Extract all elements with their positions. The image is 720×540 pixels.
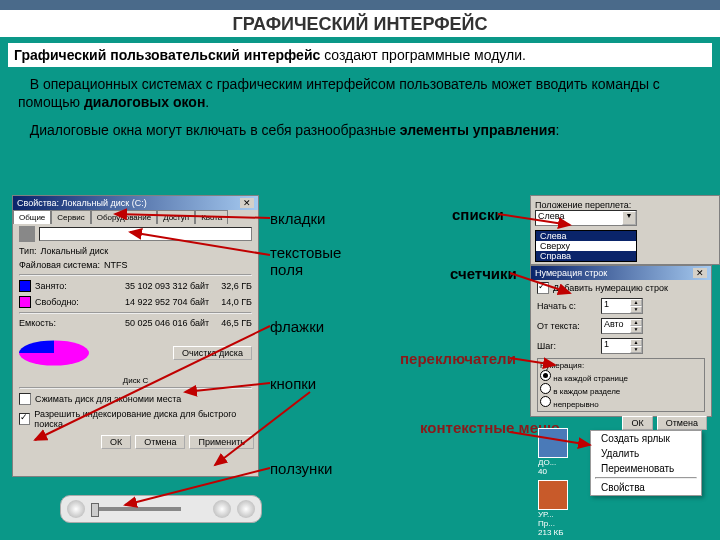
svg-line-6 <box>498 214 570 225</box>
arrows-overlay <box>0 0 720 540</box>
svg-line-1 <box>130 232 270 255</box>
svg-line-8 <box>510 358 555 365</box>
svg-line-0 <box>115 214 270 218</box>
svg-line-4 <box>215 392 310 465</box>
svg-line-2 <box>35 326 270 440</box>
svg-line-5 <box>125 468 270 505</box>
svg-line-7 <box>510 273 570 293</box>
svg-line-3 <box>185 383 270 392</box>
svg-line-9 <box>510 432 590 445</box>
